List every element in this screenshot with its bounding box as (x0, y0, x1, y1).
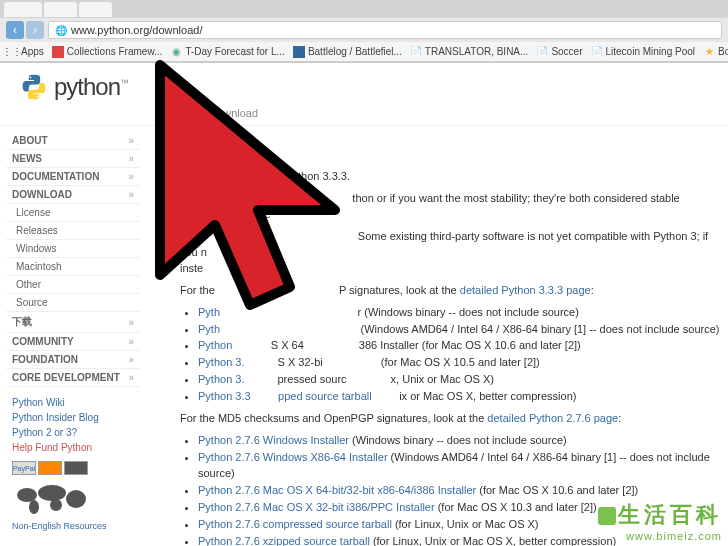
browser-chrome: ‹ › 🌐 www.python.org/download/ ⋮⋮Apps Co… (0, 0, 728, 63)
sidebar-item-other[interactable]: Other (6, 276, 140, 294)
sidebar-item-windows[interactable]: Windows (6, 240, 140, 258)
browser-tab[interactable] (44, 2, 77, 17)
list-item: Python 2.7.6 Windows X86-64 Installer (W… (198, 450, 720, 482)
sidebar-link-help-fund[interactable]: Help Fund Python (12, 440, 134, 455)
bookmark-item[interactable]: Collections Framew... (52, 46, 163, 58)
bookmark-icon: ◉ (170, 46, 182, 58)
paypal-icon[interactable]: PayPal (12, 461, 36, 475)
watermark: 生活百科 www.bimeiz.com (598, 500, 722, 542)
download-link[interactable]: Python 3. (198, 373, 244, 385)
sidebar-item-download-cn[interactable]: 下载» (6, 312, 140, 333)
list-item: Python 3.3xxxxxpped source tarballxxxxxi… (198, 389, 720, 405)
body-text: If yexxxxxxxxxxxxxxxxxxxxxxxxxxxx Some e… (180, 229, 720, 277)
bookmark-item[interactable]: ◉T-Day Forecast for L... (170, 46, 284, 58)
file-icon: 📄 (410, 46, 422, 58)
breadcrumb: » Download (200, 107, 728, 119)
download-link[interactable]: Pyth (198, 306, 220, 318)
svg-point-6 (50, 499, 62, 511)
download-link[interactable]: Python 2.7.6 Windows X86-64 Installer (198, 451, 388, 463)
page-title: Python (180, 134, 720, 163)
card-icon[interactable] (38, 461, 62, 475)
chevron-right-icon: » (128, 189, 134, 200)
body-text: For the xxxxxxxxxxxxxxxxxxxxxxP signatur… (180, 283, 720, 299)
download-link[interactable]: Python (198, 339, 232, 351)
chevron-right-icon: » (128, 135, 134, 146)
chevron-right-icon: » (128, 317, 134, 328)
star-icon: ★ (703, 46, 715, 58)
link-detailed-333[interactable]: detailed Python 3.3.3 page (460, 284, 591, 296)
sidebar-item-macintosh[interactable]: Macintosh (6, 258, 140, 276)
svg-point-0 (30, 77, 32, 79)
body-text: For the MD5 checksums and OpenPGP signat… (180, 411, 720, 427)
back-button[interactable]: ‹ (6, 21, 24, 39)
sidebar: ABOUT» NEWS» DOCUMENTATION» DOWNLOAD» Li… (0, 126, 140, 546)
bookmark-item[interactable]: 📄TRANSLATOR, BINA... (410, 46, 529, 58)
non-english-link[interactable]: Non-English Resources (12, 519, 134, 533)
download-link[interactable]: Python 2.7.6 Mac OS X 64-bit/32-bit x86-… (198, 484, 476, 496)
browser-tab[interactable] (4, 2, 42, 17)
download-list-333: Pythxxxxxxxxxxxxxxxxxxxxxxxxxr (Windows … (198, 305, 720, 406)
sidebar-item-license[interactable]: License (6, 204, 140, 222)
bookmark-item[interactable]: ★Bookmark Manager (703, 46, 728, 58)
download-link[interactable]: Pyth (198, 323, 220, 335)
svg-point-5 (29, 500, 39, 514)
apps-button[interactable]: ⋮⋮Apps (6, 46, 44, 58)
tab-bar (0, 0, 728, 18)
list-item: PythonxxxxxxxS X 64xxxxxxxxxx386 Install… (198, 338, 720, 354)
list-item: Pythxxxxxxxxxxxxxxxxxxxxxxxxx (Windows A… (198, 322, 720, 338)
world-map-icon (12, 483, 92, 515)
watermark-icon (598, 507, 616, 525)
download-link[interactable]: Python 2.7.6 Mac OS X 32-bit i386/PPC In… (198, 501, 435, 513)
chevron-right-icon: » (128, 354, 134, 365)
forward-button[interactable]: › (26, 21, 44, 39)
main-content: Python are Python 2.7.6 and Python 3.3.3… (140, 126, 728, 546)
download-link[interactable]: Python 3. (198, 356, 244, 368)
sidebar-item-foundation[interactable]: FOUNDATION» (6, 351, 140, 369)
bookmark-item[interactable]: 📄Litecoin Mining Pool (591, 46, 696, 58)
apps-icon: ⋮⋮ (6, 46, 18, 58)
bookmark-item[interactable]: Battlelog / Battlefiel... (293, 46, 402, 58)
chevron-right-icon: » (128, 153, 134, 164)
sidebar-item-releases[interactable]: Releases (6, 222, 140, 240)
logo-text: python™ (54, 73, 128, 101)
download-link[interactable]: Python 2.7.6 xzipped source tarball (198, 535, 370, 546)
chevron-right-icon: » (128, 171, 134, 182)
sidebar-item-community[interactable]: COMMUNITY» (6, 333, 140, 351)
intro-text: are Python 2.7.6 and Python 3.3.3. (180, 169, 720, 185)
svg-point-2 (17, 488, 37, 502)
svg-point-4 (66, 490, 86, 508)
bookmark-icon (52, 46, 64, 58)
bookmark-icon (293, 46, 305, 58)
chevron-right-icon: » (128, 336, 134, 347)
address-bar-row: ‹ › 🌐 www.python.org/download/ (0, 18, 728, 42)
sidebar-item-news[interactable]: NEWS» (6, 150, 140, 168)
list-item: Pythxxxxxxxxxxxxxxxxxxxxxxxxxr (Windows … (198, 305, 720, 321)
download-link[interactable]: Python 2.7.6 compressed source tarball (198, 518, 392, 530)
file-icon: 📄 (591, 46, 603, 58)
bookmark-item[interactable]: 📄Soccer (536, 46, 582, 58)
download-link[interactable]: Python 2.7.6 Windows Installer (198, 434, 349, 446)
bookmarks-bar: ⋮⋮Apps Collections Framew... ◉T-Day Fore… (0, 42, 728, 62)
sidebar-item-about[interactable]: ABOUT» (6, 132, 140, 150)
sidebar-link-insider[interactable]: Python Insider Blog (12, 410, 134, 425)
sidebar-item-documentation[interactable]: DOCUMENTATION» (6, 168, 140, 186)
download-link[interactable]: Python 3.3 (198, 390, 251, 402)
list-item: Python 3.xxxxxxpressed sourcxxxxxxxxx, U… (198, 372, 720, 388)
url-text: www.python.org/download/ (71, 24, 202, 36)
list-item: Python 2.7.6 Windows Installer (Windows … (198, 433, 720, 449)
chevron-right-icon: » (128, 372, 134, 383)
card-icon[interactable] (64, 461, 88, 475)
sidebar-item-download[interactable]: DOWNLOAD» (6, 186, 140, 204)
body-text: Sxxxxxxxxxxxxxxxxxxxxxxxxxxxxxxthon or i… (180, 191, 720, 223)
sidebar-link-wiki[interactable]: Python Wiki (12, 395, 134, 410)
link-detailed-276[interactable]: detailed Python 2.7.6 page (487, 412, 618, 424)
file-icon: 📄 (536, 46, 548, 58)
svg-point-3 (38, 485, 66, 501)
sidebar-item-source[interactable]: Source (6, 294, 140, 312)
logo[interactable]: python™ (20, 73, 728, 101)
sidebar-link-2or3[interactable]: Python 2 or 3? (12, 425, 134, 440)
sidebar-item-core-development[interactable]: CORE DEVELOPMENT» (6, 369, 140, 387)
python-logo-icon (20, 73, 48, 101)
browser-tab[interactable] (79, 2, 112, 17)
url-input[interactable]: 🌐 www.python.org/download/ (48, 21, 722, 39)
